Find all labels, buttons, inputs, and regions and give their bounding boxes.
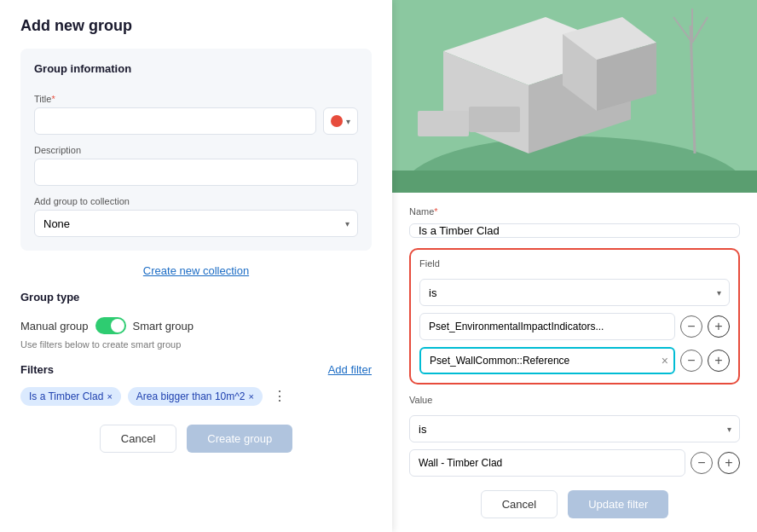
color-picker-button[interactable]: ▾	[323, 107, 358, 135]
group-information-title: Group information	[34, 62, 358, 75]
field-row-2: × − +	[419, 347, 730, 374]
filter-tags: Is a Timber Clad × Area bigger than 10m^…	[20, 385, 372, 408]
name-field-label: Name*	[409, 206, 740, 217]
update-filter-button[interactable]: Update filter	[568, 490, 668, 518]
collection-label: Add group to collection	[34, 196, 358, 206]
field-dropdown-section: Field is ▾	[419, 258, 730, 306]
collection-field: Add group to collection None ▾	[34, 196, 358, 237]
group-information-section: Group information Title* ▾ Description A…	[20, 49, 372, 251]
field-input-2[interactable]	[419, 347, 675, 374]
smart-label: Smart group	[133, 320, 194, 332]
field-label: Field	[419, 258, 730, 269]
title-field: Title* ▾	[34, 94, 358, 135]
right-panel: Name* Field is ▾ −	[392, 0, 757, 532]
field-row-2-plus-button[interactable]: +	[708, 350, 730, 372]
create-group-button[interactable]: Create group	[187, 425, 292, 453]
description-label: Description	[34, 145, 358, 155]
more-options-button[interactable]: ⋮	[269, 385, 290, 408]
value-section: Value is ▾ − +	[409, 395, 740, 477]
toggle-row: Manual group Smart group	[20, 317, 372, 334]
field-input-1-wrapper	[419, 313, 675, 340]
panel-title: Add new group	[20, 17, 372, 35]
filter-tag-timber-label: Is a Timber Clad	[29, 390, 103, 402]
field-row-1-plus-button[interactable]: +	[708, 315, 730, 338]
field-input-1[interactable]	[419, 313, 675, 340]
filters-title: Filters	[20, 363, 54, 376]
filter-tag-area-close[interactable]: ×	[249, 391, 254, 402]
field-highlighted-section: Field is ▾ − + ×	[409, 248, 740, 385]
scene-svg	[392, 0, 757, 193]
field-input-2-clear-button[interactable]: ×	[662, 354, 668, 367]
title-label: Title*	[34, 94, 358, 104]
value-row-1-plus-button[interactable]: +	[718, 452, 740, 474]
svg-rect-12	[418, 111, 469, 136]
left-panel: Add new group Group information Title* ▾…	[0, 0, 392, 532]
value-select-wrapper: is ▾	[409, 415, 740, 442]
smart-group-toggle[interactable]	[95, 317, 126, 334]
title-input[interactable]	[34, 107, 316, 135]
field-select-wrapper: is ▾	[419, 279, 730, 306]
color-dot	[331, 115, 343, 127]
filters-header: Filters Add filter	[20, 363, 372, 376]
filter-panel: Name* Field is ▾ −	[392, 193, 757, 532]
add-filter-button[interactable]: Add filter	[328, 363, 372, 376]
group-type-title: Group type	[20, 291, 372, 304]
manual-label: Manual group	[20, 320, 89, 332]
field-input-2-wrapper: ×	[419, 347, 675, 374]
hint-text: Use filters below to create smart group	[20, 339, 372, 350]
value-row-1-minus-button[interactable]: −	[691, 452, 713, 474]
field-select[interactable]: is	[419, 279, 730, 306]
create-collection-button[interactable]: Create new collection	[20, 264, 372, 277]
svg-rect-13	[469, 107, 520, 132]
name-field-row: Name*	[409, 206, 740, 238]
collection-select-wrapper: None ▾	[34, 210, 358, 237]
value-label: Value	[409, 395, 740, 405]
description-field: Description	[34, 145, 358, 186]
svg-rect-14	[392, 171, 757, 193]
cancel-button[interactable]: Cancel	[100, 425, 176, 453]
value-input-1-wrapper	[409, 449, 685, 477]
field-row-2-minus-button[interactable]: −	[680, 350, 702, 372]
filter-tag-timber-close[interactable]: ×	[107, 391, 112, 402]
left-panel-actions: Cancel Create group	[20, 425, 372, 453]
field-row-1: − +	[419, 313, 730, 340]
value-row-1: − +	[409, 449, 740, 477]
filter-cancel-button[interactable]: Cancel	[481, 490, 558, 518]
filters-section: Filters Add filter Is a Timber Clad × Ar…	[20, 363, 372, 408]
name-input[interactable]	[409, 223, 740, 238]
filter-tag-area: Area bigger than 10m^2 ×	[128, 387, 263, 406]
description-input[interactable]	[34, 159, 358, 186]
field-row-1-minus-button[interactable]: −	[680, 315, 702, 338]
chevron-down-icon: ▾	[346, 117, 350, 126]
scene-background	[392, 0, 757, 193]
title-row: ▾	[34, 107, 358, 135]
value-select[interactable]: is	[409, 415, 740, 442]
collection-select[interactable]: None	[34, 210, 358, 237]
toggle-thumb	[111, 319, 124, 332]
group-type-section: Group type Manual group Smart group Use …	[20, 291, 372, 350]
value-input-1[interactable]	[409, 449, 685, 477]
filter-tag-timber: Is a Timber Clad ×	[20, 387, 121, 406]
filter-tag-area-label: Area bigger than 10m^2	[136, 390, 246, 402]
right-panel-actions: Cancel Update filter	[409, 487, 740, 518]
